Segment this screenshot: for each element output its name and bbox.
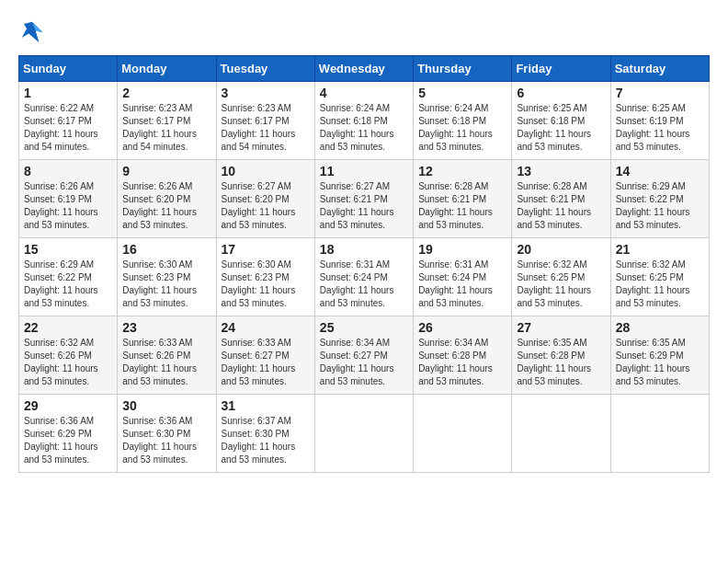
day-info: Sunrise: 6:30 AMSunset: 6:23 PMDaylight:… [122,259,197,308]
day-number: 10 [222,164,310,178]
calendar-cell: 25 Sunrise: 6:34 AMSunset: 6:27 PMDaylig… [314,316,413,395]
page-header [18,18,710,46]
day-number: 14 [616,164,704,178]
day-number: 25 [320,320,408,335]
calendar-cell: 27 Sunrise: 6:35 AMSunset: 6:28 PMDaylig… [512,316,610,395]
day-info: Sunrise: 6:24 AMSunset: 6:18 PMDaylight:… [320,103,394,152]
weekday-header-saturday: Saturday [610,56,709,82]
calendar-cell: 8 Sunrise: 6:26 AMSunset: 6:19 PMDayligh… [19,160,118,238]
calendar-header-row: SundayMondayTuesdayWednesdayThursdayFrid… [19,56,710,82]
calendar-cell: 18 Sunrise: 6:31 AMSunset: 6:24 PMDaylig… [314,238,413,316]
day-info: Sunrise: 6:28 AMSunset: 6:21 PMDaylight:… [418,181,493,230]
calendar-cell: 4 Sunrise: 6:24 AMSunset: 6:18 PMDayligh… [314,82,413,160]
calendar-cell: 14 Sunrise: 6:29 AMSunset: 6:22 PMDaylig… [610,160,709,238]
day-number: 5 [418,86,506,100]
day-number: 18 [320,242,408,257]
day-number: 1 [24,86,112,100]
calendar-cell [512,395,610,473]
calendar-cell: 26 Sunrise: 6:34 AMSunset: 6:28 PMDaylig… [414,316,512,395]
day-info: Sunrise: 6:27 AMSunset: 6:21 PMDaylight:… [320,181,394,230]
day-number: 30 [122,398,210,413]
calendar-cell: 10 Sunrise: 6:27 AMSunset: 6:20 PMDaylig… [216,160,314,238]
day-info: Sunrise: 6:36 AMSunset: 6:29 PMDaylight:… [24,416,98,465]
day-number: 9 [122,164,210,178]
svg-marker-0 [22,22,43,43]
day-number: 15 [24,242,112,257]
day-number: 11 [320,164,408,178]
day-number: 29 [24,398,112,413]
day-number: 28 [616,320,704,335]
calendar-cell: 28 Sunrise: 6:35 AMSunset: 6:29 PMDaylig… [610,316,709,395]
day-info: Sunrise: 6:23 AMSunset: 6:17 PMDaylight:… [222,103,296,152]
calendar-cell: 21 Sunrise: 6:32 AMSunset: 6:25 PMDaylig… [610,238,709,316]
calendar-cell [610,395,709,473]
calendar-cell: 15 Sunrise: 6:29 AMSunset: 6:22 PMDaylig… [19,238,118,316]
calendar-cell: 22 Sunrise: 6:32 AMSunset: 6:26 PMDaylig… [19,316,118,395]
day-info: Sunrise: 6:26 AMSunset: 6:20 PMDaylight:… [122,181,197,230]
day-info: Sunrise: 6:23 AMSunset: 6:17 PMDaylight:… [122,103,197,152]
day-number: 19 [418,242,506,257]
calendar-week-5: 29 Sunrise: 6:36 AMSunset: 6:29 PMDaylig… [19,395,710,473]
day-number: 27 [517,320,605,335]
day-info: Sunrise: 6:33 AMSunset: 6:26 PMDaylight:… [122,338,197,386]
day-number: 20 [517,242,605,257]
calendar-cell: 9 Sunrise: 6:26 AMSunset: 6:20 PMDayligh… [118,160,216,238]
calendar-cell: 17 Sunrise: 6:30 AMSunset: 6:23 PMDaylig… [216,238,314,316]
day-number: 13 [517,164,605,178]
day-info: Sunrise: 6:29 AMSunset: 6:22 PMDaylight:… [616,181,690,230]
day-info: Sunrise: 6:27 AMSunset: 6:20 PMDaylight:… [222,181,296,230]
calendar-week-3: 15 Sunrise: 6:29 AMSunset: 6:22 PMDaylig… [19,238,710,316]
day-number: 16 [122,242,210,257]
day-info: Sunrise: 6:35 AMSunset: 6:28 PMDaylight:… [517,338,591,386]
day-number: 2 [122,86,210,100]
calendar-cell: 3 Sunrise: 6:23 AMSunset: 6:17 PMDayligh… [216,82,314,160]
day-info: Sunrise: 6:34 AMSunset: 6:27 PMDaylight:… [320,338,394,386]
weekday-header-friday: Friday [512,56,610,82]
day-info: Sunrise: 6:22 AMSunset: 6:17 PMDaylight:… [24,103,98,152]
calendar-cell: 31 Sunrise: 6:37 AMSunset: 6:30 PMDaylig… [216,395,314,473]
calendar-cell: 20 Sunrise: 6:32 AMSunset: 6:25 PMDaylig… [512,238,610,316]
day-number: 4 [320,86,408,100]
day-number: 17 [222,242,310,257]
day-number: 12 [418,164,506,178]
day-number: 7 [616,86,704,100]
day-info: Sunrise: 6:24 AMSunset: 6:18 PMDaylight:… [418,103,493,152]
day-number: 31 [222,398,310,413]
calendar-cell: 16 Sunrise: 6:30 AMSunset: 6:23 PMDaylig… [118,238,216,316]
weekday-header-sunday: Sunday [19,56,118,82]
calendar-cell [414,395,512,473]
calendar-table: SundayMondayTuesdayWednesdayThursdayFrid… [18,55,710,473]
day-info: Sunrise: 6:30 AMSunset: 6:23 PMDaylight:… [222,259,296,308]
calendar-cell: 7 Sunrise: 6:25 AMSunset: 6:19 PMDayligh… [610,82,709,160]
day-number: 26 [418,320,506,335]
day-info: Sunrise: 6:36 AMSunset: 6:30 PMDaylight:… [122,416,197,465]
day-info: Sunrise: 6:29 AMSunset: 6:22 PMDaylight:… [24,259,98,308]
calendar-week-1: 1 Sunrise: 6:22 AMSunset: 6:17 PMDayligh… [19,82,710,160]
calendar-cell: 23 Sunrise: 6:33 AMSunset: 6:26 PMDaylig… [118,316,216,395]
calendar-cell: 5 Sunrise: 6:24 AMSunset: 6:18 PMDayligh… [414,82,512,160]
calendar-cell [314,395,413,473]
calendar-cell: 29 Sunrise: 6:36 AMSunset: 6:29 PMDaylig… [19,395,118,473]
day-info: Sunrise: 6:31 AMSunset: 6:24 PMDaylight:… [320,259,394,308]
calendar-cell: 11 Sunrise: 6:27 AMSunset: 6:21 PMDaylig… [314,160,413,238]
calendar-cell: 12 Sunrise: 6:28 AMSunset: 6:21 PMDaylig… [414,160,512,238]
day-info: Sunrise: 6:26 AMSunset: 6:19 PMDaylight:… [24,181,98,230]
day-info: Sunrise: 6:28 AMSunset: 6:21 PMDaylight:… [517,181,591,230]
day-info: Sunrise: 6:34 AMSunset: 6:28 PMDaylight:… [418,338,493,386]
day-number: 6 [517,86,605,100]
day-number: 22 [24,320,112,335]
logo-bird-icon [18,18,46,46]
weekday-header-monday: Monday [118,56,216,82]
calendar-cell: 19 Sunrise: 6:31 AMSunset: 6:24 PMDaylig… [414,238,512,316]
day-number: 24 [222,320,310,335]
day-info: Sunrise: 6:37 AMSunset: 6:30 PMDaylight:… [222,416,296,465]
day-number: 21 [616,242,704,257]
day-info: Sunrise: 6:35 AMSunset: 6:29 PMDaylight:… [616,338,690,386]
logo [18,18,50,46]
weekday-header-wednesday: Wednesday [314,56,413,82]
calendar-cell: 30 Sunrise: 6:36 AMSunset: 6:30 PMDaylig… [118,395,216,473]
weekday-header-tuesday: Tuesday [216,56,314,82]
day-number: 8 [24,164,112,178]
calendar-cell: 6 Sunrise: 6:25 AMSunset: 6:18 PMDayligh… [512,82,610,160]
calendar-week-4: 22 Sunrise: 6:32 AMSunset: 6:26 PMDaylig… [19,316,710,395]
